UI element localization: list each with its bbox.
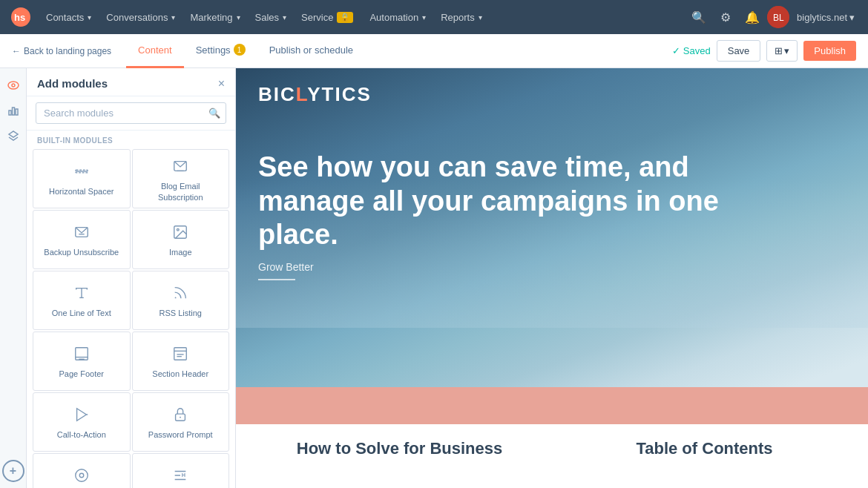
sidebar-icon-eye[interactable] (2, 74, 24, 96)
password-icon (172, 406, 188, 425)
modules-grid: Horizontal Spacer Blog Email Subscriptio… (27, 149, 235, 488)
avatar[interactable]: BL (767, 6, 789, 28)
publish-button[interactable]: Publish (803, 41, 856, 61)
nav-sales[interactable]: Sales ▾ (248, 0, 295, 34)
module-logo[interactable]: Logo (33, 453, 131, 488)
module-label: Backup Unsubscribe (44, 247, 119, 257)
svg-point-28 (180, 417, 181, 418)
email-icon (172, 158, 188, 177)
module-section-header[interactable]: Section Header (132, 332, 230, 391)
search-modules-input[interactable] (36, 102, 226, 124)
nav-contacts[interactable]: Contacts ▾ (39, 0, 99, 34)
save-button[interactable]: Save (717, 40, 761, 62)
hero-headline: See how you can save time, and manage al… (258, 151, 740, 252)
lock-badge: 🔒 (337, 12, 353, 23)
sidebar-icon-chart[interactable] (2, 99, 24, 122)
search-bar: 🔍 (27, 96, 235, 131)
module-header[interactable]: H Header (132, 453, 230, 488)
chevron-down-icon: ▾ (849, 12, 855, 23)
tab-content[interactable]: Content (126, 34, 184, 68)
tab-publish[interactable]: Publish or schedule (257, 34, 365, 68)
header-icon: H (172, 467, 188, 486)
hero-divider (258, 279, 295, 280)
module-label: Section Header (152, 369, 208, 379)
chevron-down-icon: ▾ (784, 45, 789, 56)
bottom-heading-1: How to Solve for Business (258, 439, 541, 458)
module-backup-unsubscribe[interactable]: Backup Unsubscribe (33, 210, 131, 269)
cta-icon (73, 406, 90, 425)
hero-logo: BICLYTICS (258, 83, 846, 106)
rss-icon (172, 285, 188, 303)
module-label: RSS Listing (160, 308, 202, 318)
module-page-footer[interactable]: Page Footer (33, 332, 131, 391)
module-label: Image (169, 247, 192, 257)
nav-automation[interactable]: Automation ▾ (362, 0, 433, 34)
sidebar-icon-layers[interactable] (2, 125, 24, 147)
editor-actions: ✓ Saved Save ⊞ ▾ Publish (672, 40, 856, 62)
search-icon: 🔍 (208, 108, 220, 119)
saved-indicator: ✓ Saved (672, 45, 711, 56)
main-layout: + Add modules × 🔍 BUILT-IN MODULES Horiz… (0, 68, 868, 488)
chevron-down-icon: ▾ (88, 13, 91, 22)
chevron-down-icon: ▾ (237, 13, 240, 22)
hero-subtext: Grow Better (258, 261, 846, 273)
top-nav: hs Contacts ▾ Conversations ▾ Marketing … (0, 0, 868, 34)
module-label: Call-to-Action (57, 429, 106, 440)
bottom-col-1: How to Solve for Business (258, 439, 541, 484)
tab-settings[interactable]: Settings 1 (184, 34, 257, 68)
second-nav: ← Back to landing pages Content Settings… (0, 34, 868, 68)
hubspot-logo[interactable]: hs (9, 5, 33, 29)
chevron-down-icon: ▾ (479, 13, 482, 22)
module-rss[interactable]: RSS Listing (132, 271, 230, 330)
settings-icon[interactable]: ⚙ (714, 5, 737, 29)
nav-conversations[interactable]: Conversations ▾ (99, 0, 183, 34)
logo-icon (73, 467, 90, 486)
hero-section: BICLYTICS See how you can save time, and… (236, 68, 868, 387)
unsubscribe-icon (73, 224, 90, 243)
footer-icon (73, 346, 90, 364)
notifications-icon[interactable]: 🔔 (740, 5, 764, 29)
bottom-col-2: Table of Contents (563, 439, 846, 484)
settings-badge: 1 (234, 44, 246, 56)
spacer-icon (73, 163, 90, 182)
module-label: Blog Email Subscription (139, 181, 223, 202)
close-button[interactable]: × (218, 78, 225, 90)
module-horizontal-spacer[interactable]: Horizontal Spacer (33, 149, 131, 208)
bottom-section: How to Solve for Business Table of Conte… (236, 424, 868, 488)
account-menu[interactable]: biglytics.net ▾ (792, 12, 859, 23)
sidebar-icon-add[interactable]: + (2, 460, 24, 482)
module-label: Horizontal Spacer (49, 186, 114, 197)
salmon-strip (236, 387, 868, 424)
module-cta[interactable]: Call-to-Action (33, 392, 131, 452)
chevron-down-icon: ▾ (283, 13, 286, 22)
built-in-modules-label: BUILT-IN MODULES (27, 131, 235, 149)
panel-header: Add modules × (27, 68, 235, 96)
module-password[interactable]: Password Prompt (132, 392, 230, 452)
chevron-down-icon: ▾ (422, 13, 426, 22)
nav-reports[interactable]: Reports ▾ (433, 0, 490, 34)
panel-title: Add modules (37, 77, 108, 90)
nav-marketing[interactable]: Marketing ▾ (183, 0, 247, 34)
module-image[interactable]: Image (132, 210, 230, 269)
module-label: One Line of Text (52, 308, 111, 318)
search-icon[interactable]: 🔍 (687, 5, 711, 29)
back-to-landing-pages[interactable]: ← Back to landing pages (12, 46, 111, 56)
nav-service[interactable]: Service 🔒 (294, 0, 362, 34)
chevron-down-icon: ▾ (171, 13, 175, 22)
svg-rect-20 (76, 348, 88, 360)
bottom-heading-2: Table of Contents (563, 439, 846, 458)
svg-rect-8 (16, 109, 18, 115)
hero-logo-text: BICLYTICS (258, 83, 372, 105)
section-header-icon (172, 346, 188, 364)
svg-point-16 (177, 229, 180, 231)
view-toggle-button[interactable]: ⊞ ▾ (766, 40, 798, 62)
module-label: Page Footer (59, 369, 104, 379)
svg-text:BL: BL (773, 13, 784, 23)
module-blog-email[interactable]: Blog Email Subscription (132, 149, 230, 208)
svg-text:hs: hs (14, 12, 25, 23)
svg-point-4 (8, 82, 19, 89)
content-area: BICLYTICS See how you can save time, and… (236, 68, 868, 488)
module-text[interactable]: One Line of Text (33, 271, 131, 330)
svg-rect-6 (9, 111, 11, 115)
arrow-left-icon: ← (12, 46, 21, 56)
